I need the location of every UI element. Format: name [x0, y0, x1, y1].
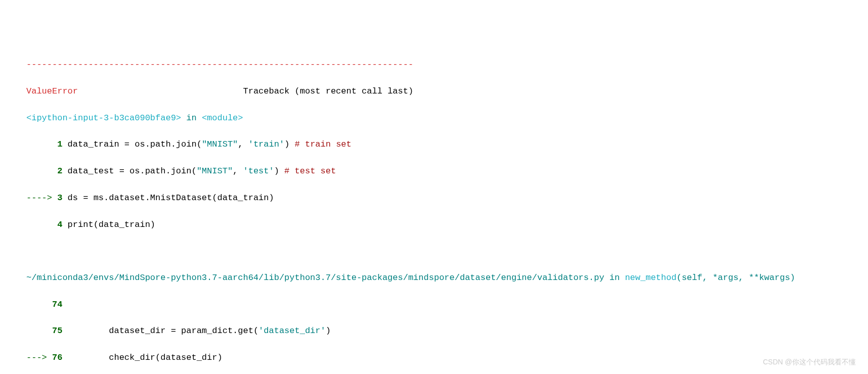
- lineno: 74: [26, 300, 62, 309]
- traceback-label: Traceback (most recent call last): [243, 86, 413, 96]
- frame2-line76-current: ---> 76 check_dir(dataset_dir): [0, 351, 868, 364]
- lineno: 3: [57, 193, 62, 203]
- exception-type: ValueError: [26, 86, 78, 96]
- frame1-line4: 4 print(data_train): [0, 218, 868, 231]
- frame2-line74: 74: [0, 298, 868, 311]
- lineno: 2: [26, 166, 62, 176]
- lineno: 1: [26, 139, 62, 149]
- blank: [0, 245, 868, 258]
- comment: # train set: [289, 139, 351, 149]
- frame2-line75: 75 dataset_dir = param_dict.get('dataset…: [0, 324, 868, 338]
- comment: # test set: [279, 166, 336, 176]
- arrow-icon: --->: [26, 353, 52, 362]
- frame1-line3-current: ----> 3 ds = ms.dataset.MnistDataset(dat…: [0, 192, 868, 205]
- frame1-location: <ipython-input-3-b3ca090bfae9> in <modul…: [0, 112, 868, 125]
- csdn-watermark: CSDN @你这个代码我看不懂: [763, 357, 856, 368]
- traceback-header: ValueError Traceback (most recent call l…: [0, 85, 868, 98]
- frame1-line2: 2 data_test = os.path.join("MNIST", 'tes…: [0, 165, 868, 178]
- frame2-location: ~/miniconda3/envs/MindSpore-python3.7-aa…: [0, 271, 868, 285]
- arrow-icon: ---->: [26, 193, 57, 203]
- frame1-line1: 1 data_train = os.path.join("MNIST", 'tr…: [0, 138, 868, 151]
- lineno: 75: [26, 326, 62, 336]
- traceback-hr: ----------------------------------------…: [0, 58, 868, 71]
- lineno: 4: [26, 220, 62, 229]
- lineno: 76: [52, 353, 62, 362]
